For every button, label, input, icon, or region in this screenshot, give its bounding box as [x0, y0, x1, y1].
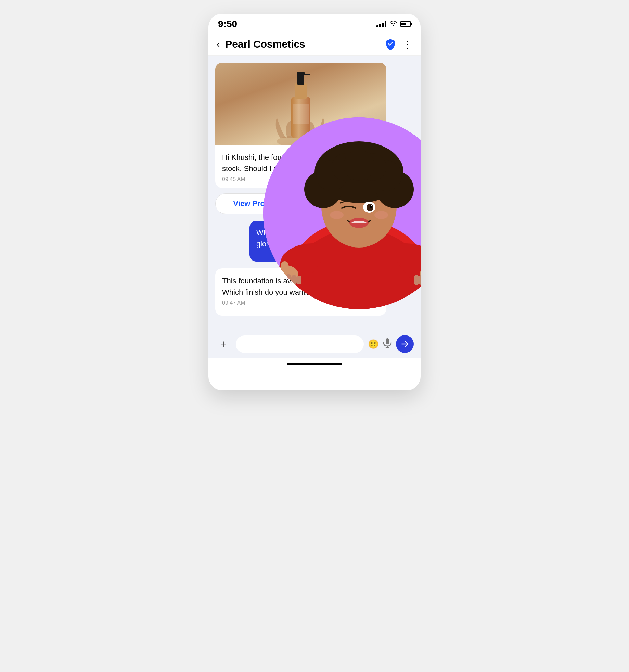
- send-button[interactable]: [396, 335, 414, 353]
- svg-rect-42: [416, 276, 421, 284]
- battery-icon: [400, 21, 411, 27]
- send-icon: [401, 340, 409, 348]
- person-overlay: [263, 117, 421, 309]
- message-input[interactable]: [236, 335, 364, 353]
- home-indicator: [208, 358, 421, 372]
- svg-rect-31: [280, 275, 286, 285]
- svg-rect-34: [297, 276, 301, 284]
- microphone-button[interactable]: [383, 338, 392, 351]
- svg-point-26: [374, 211, 388, 219]
- emoji-button[interactable]: 🙂: [368, 339, 379, 350]
- more-options-icon[interactable]: ⋮: [403, 39, 412, 50]
- svg-point-23: [371, 205, 372, 206]
- phone-container: 9:50 ‹ Pearl Cosmetics: [208, 14, 421, 390]
- svg-rect-3: [295, 83, 307, 99]
- svg-rect-43: [386, 338, 389, 344]
- status-bar: 9:50: [208, 14, 421, 33]
- svg-rect-6: [304, 74, 310, 75]
- svg-rect-32: [286, 274, 291, 285]
- wifi-icon: [389, 20, 397, 28]
- shield-icon: [385, 39, 396, 50]
- header-actions: ⋮: [385, 39, 412, 50]
- signal-icon: [376, 21, 386, 27]
- status-icons: [376, 20, 411, 28]
- add-attachment-button[interactable]: +: [215, 336, 232, 352]
- mic-icon: [383, 338, 392, 348]
- person-svg: [263, 117, 421, 309]
- person-figure: [263, 117, 421, 309]
- status-time: 9:50: [218, 18, 237, 29]
- svg-point-21: [367, 204, 373, 211]
- home-bar: [287, 363, 342, 365]
- back-button[interactable]: ‹: [217, 39, 220, 50]
- input-bar: + 🙂: [208, 330, 421, 358]
- chat-header: ‹ Pearl Cosmetics ⋮: [208, 33, 421, 56]
- chat-title: Pearl Cosmetics: [225, 38, 385, 50]
- chat-area: Hi Khushi, the foundation you loved is b…: [208, 56, 421, 330]
- svg-rect-33: [291, 275, 297, 285]
- svg-point-25: [330, 211, 344, 219]
- svg-point-19: [344, 150, 374, 181]
